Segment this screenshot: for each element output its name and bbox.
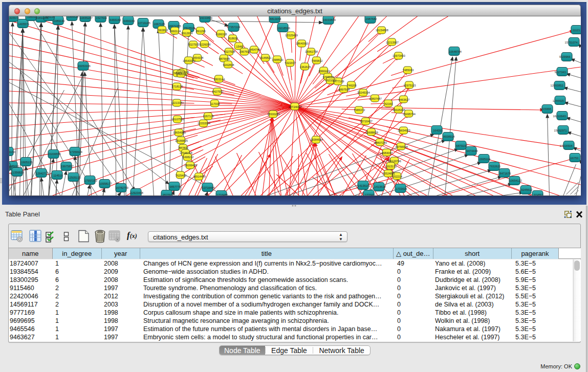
svg-text:10807487: 10807487 [369, 97, 382, 100]
svg-text:9684067: 9684067 [381, 151, 393, 155]
svg-text:18724007: 18724007 [288, 105, 302, 108]
svg-text:16033809: 16033809 [200, 16, 212, 19]
svg-text:12942717: 12942717 [36, 172, 49, 175]
svg-text:242004: 242004 [177, 73, 186, 76]
svg-text:1498222: 1498222 [182, 156, 193, 159]
svg-text:7357224: 7357224 [229, 26, 240, 29]
svg-text:10654122: 10654122 [509, 179, 522, 182]
svg-text:7632621: 7632621 [489, 165, 500, 168]
svg-text:924561: 924561 [534, 193, 543, 195]
svg-text:8471676: 8471676 [499, 172, 511, 175]
svg-text:2987682: 2987682 [365, 17, 377, 20]
svg-text:3215958: 3215958 [539, 107, 551, 111]
svg-text:10025438: 10025438 [393, 108, 405, 112]
svg-text:7625402: 7625402 [175, 174, 186, 177]
svg-text:1065528: 1065528 [67, 16, 78, 18]
svg-text:12505135: 12505135 [68, 176, 81, 179]
svg-text:14136141: 14136141 [358, 184, 371, 187]
svg-text:1405572: 1405572 [9, 16, 19, 19]
svg-text:9777169: 9777169 [333, 80, 344, 83]
svg-text:1615132: 1615132 [385, 165, 397, 168]
svg-text:8427552: 8427552 [212, 90, 223, 93]
svg-text:1716485: 1716485 [216, 193, 228, 195]
svg-text:7485063: 7485063 [402, 69, 413, 72]
svg-text:9245612: 9245612 [521, 188, 532, 191]
svg-text:8912954: 8912954 [181, 32, 192, 35]
svg-text:7663822: 7663822 [157, 29, 168, 32]
svg-text:26269150: 26269150 [9, 150, 15, 154]
svg-text:9329966: 9329966 [559, 55, 570, 58]
svg-text:9227343: 9227343 [554, 71, 565, 74]
svg-text:9146821: 9146821 [260, 56, 271, 59]
svg-text:1356829: 1356829 [12, 171, 24, 174]
svg-text:746206: 746206 [347, 84, 357, 87]
svg-text:9242848: 9242848 [223, 63, 234, 67]
svg-text:1588520: 1588520 [272, 58, 283, 61]
svg-text:1405571: 1405571 [18, 23, 29, 26]
svg-text:12093852: 12093852 [550, 84, 563, 87]
svg-text:15692971: 15692971 [554, 129, 567, 132]
svg-text:114519: 114519 [53, 174, 62, 177]
svg-text:9327503: 9327503 [188, 43, 199, 46]
svg-text:19654923: 19654923 [398, 129, 410, 132]
svg-text:2718126: 2718126 [171, 85, 183, 88]
svg-text:79756928: 79756928 [395, 145, 408, 148]
svg-text:15720407: 15720407 [360, 120, 373, 123]
svg-text:252214: 252214 [393, 175, 402, 178]
svg-text:10648784: 10648784 [449, 50, 462, 53]
svg-text:8938914: 8938914 [443, 135, 454, 138]
svg-text:7515526: 7515526 [184, 27, 195, 30]
svg-text:16671355: 16671355 [168, 25, 181, 28]
svg-text:9474444: 9474444 [466, 149, 477, 152]
svg-text:1654338: 1654338 [192, 56, 203, 59]
svg-text:887832: 887832 [179, 146, 188, 149]
svg-text:17016504: 17016504 [559, 144, 572, 147]
svg-text:6879197: 6879197 [456, 144, 467, 147]
svg-text:11121: 11121 [572, 29, 580, 32]
svg-text:16543382: 16543382 [183, 59, 195, 62]
svg-text:19384554: 19384554 [310, 138, 323, 141]
svg-text:1905135: 1905135 [21, 161, 32, 164]
svg-text:16120746: 16120746 [388, 160, 401, 163]
svg-text:8660124: 8660124 [169, 30, 181, 33]
svg-text:13325419: 13325419 [285, 34, 298, 37]
svg-text:116753: 116753 [569, 157, 578, 160]
svg-text:9857771: 9857771 [169, 185, 181, 188]
svg-text:12923468: 12923468 [130, 191, 143, 194]
svg-text:173342: 173342 [365, 193, 375, 195]
svg-text:10958177: 10958177 [99, 182, 112, 185]
svg-text:18640910: 18640910 [296, 42, 309, 45]
svg-text:19654985: 19654985 [173, 131, 186, 134]
svg-text:39151112: 39151112 [9, 166, 12, 169]
svg-text:905135: 905135 [45, 16, 55, 18]
svg-text:23495794: 23495794 [403, 113, 416, 116]
svg-text:30245334: 30245334 [357, 91, 370, 94]
svg-text:10688609: 10688609 [365, 131, 378, 134]
svg-text:16210643: 16210643 [553, 115, 565, 118]
svg-text:1244415: 1244415 [552, 99, 563, 102]
svg-text:17957253: 17957253 [84, 179, 97, 182]
svg-text:117006: 117006 [210, 102, 220, 105]
svg-text:1546: 1546 [236, 45, 242, 48]
svg-text:195011: 195011 [27, 16, 36, 18]
svg-text:1733426: 1733426 [396, 187, 407, 190]
svg-text:818632: 818632 [228, 37, 238, 40]
svg-text:9327508: 9327508 [224, 50, 235, 53]
svg-text:957791: 957791 [163, 193, 172, 195]
svg-text:19218506: 19218506 [277, 27, 290, 30]
svg-text:16961758: 16961758 [305, 50, 318, 53]
svg-text:5322037: 5322037 [285, 61, 296, 64]
svg-text:17046718: 17046718 [180, 151, 192, 155]
svg-text:7955812: 7955812 [311, 59, 322, 62]
svg-text:1413614: 1413614 [374, 185, 385, 188]
svg-text:6466160: 6466160 [110, 18, 121, 21]
svg-text:12213967: 12213967 [386, 41, 399, 44]
svg-text:17359924: 17359924 [70, 150, 82, 154]
svg-text:2089140: 2089140 [53, 19, 64, 23]
svg-text:16033809: 16033809 [323, 18, 336, 21]
svg-text:13716485: 13716485 [202, 186, 215, 189]
svg-text:2935114: 2935114 [479, 158, 490, 161]
svg-text:1527602: 1527602 [96, 16, 107, 19]
svg-text:1362615: 1362615 [299, 65, 311, 69]
svg-text:16107552: 16107552 [171, 118, 184, 121]
